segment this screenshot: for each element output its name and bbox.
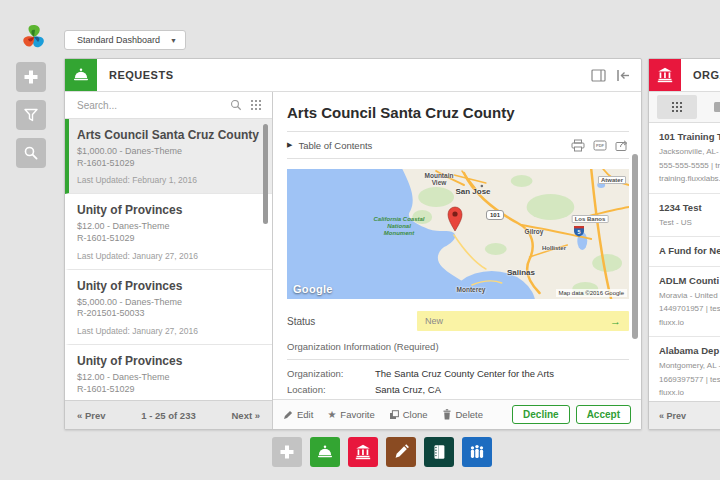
organizations-view-toolbar: [649, 92, 720, 123]
organization-list-item[interactable]: 101 Training T Jacksonville, AL- 555-555…: [649, 123, 720, 194]
grid-view-toggle[interactable]: [657, 95, 697, 119]
request-id: R-1601-51029: [77, 384, 135, 394]
status-field[interactable]: New →: [417, 311, 629, 331]
organization-detail-line: 555-555-5555 | tr: [659, 161, 720, 171]
organizations-pagination: « Prev: [649, 401, 720, 429]
edit-button[interactable]: Edit: [283, 409, 313, 420]
organization-detail-line: training.fluxxlabs.c: [659, 174, 720, 184]
google-logo: Google: [293, 283, 333, 295]
location-label: Location:: [287, 384, 375, 395]
request-id: R-201501-50033: [77, 308, 145, 318]
request-amount: $12.00 - Danes-Theme: [77, 221, 170, 231]
organization-list-item[interactable]: 1234 Test Test - US: [649, 194, 720, 238]
org-info-section-header: Organization Information (Required): [287, 341, 629, 360]
bottom-dock: [272, 437, 492, 467]
favorite-button[interactable]: ★ Favorite: [327, 409, 374, 420]
grid-view-icon[interactable]: [250, 99, 262, 111]
organization-detail-line: Montgomery, AL -: [659, 361, 720, 371]
dock-organizations-button[interactable]: [348, 437, 378, 467]
svg-text:5: 5: [577, 229, 580, 235]
request-list-item[interactable]: Unity of Provinces $5,000.00 - Danes-The…: [65, 270, 272, 345]
status-value: New: [425, 316, 443, 326]
trash-icon: [442, 409, 452, 420]
location-map[interactable]: Mountain View San Jose Gilroy Hollister …: [287, 169, 629, 299]
dock-people-button[interactable]: [462, 437, 492, 467]
clone-icon: [389, 410, 399, 420]
status-label: Status: [287, 316, 315, 327]
detail-scrollbar[interactable]: [632, 154, 638, 339]
search-button[interactable]: [16, 138, 46, 168]
next-button[interactable]: Next »: [231, 410, 260, 421]
page-range: 1 - 25 of 233: [141, 410, 195, 421]
request-list-item[interactable]: Unity of Provinces $12.00 - Danes-ThemeR…: [65, 194, 272, 269]
pencil-icon: [392, 443, 410, 461]
table-of-contents-label[interactable]: Table of Contents: [298, 140, 372, 151]
organization-detail-line: Jacksonville, AL-: [659, 147, 720, 157]
cloche-icon: [316, 443, 334, 461]
request-list-item[interactable]: Arts Council Santa Cruz County $1,000.00…: [65, 119, 272, 194]
request-amount: $5,000.00 - Danes-Theme: [77, 297, 182, 307]
cards-icon: [714, 101, 720, 113]
dock-requests-button[interactable]: [310, 437, 340, 467]
map-label-mountain-view: Mountain View: [418, 172, 460, 187]
organization-detail-line: fluxx.io: [659, 318, 720, 328]
organization-list-item[interactable]: A Fund for Ne: [649, 237, 720, 266]
bank-icon: [354, 443, 372, 461]
request-amount: $12.00 - Danes-Theme: [77, 372, 170, 382]
requests-cloche-icon: [65, 59, 97, 91]
location-value: Santa Cruz, CA: [375, 384, 441, 395]
request-updated: Last Updated: January 27, 2016: [77, 251, 264, 261]
clone-button[interactable]: Clone: [389, 409, 428, 420]
print-icon[interactable]: [571, 139, 585, 152]
star-icon: ★: [327, 409, 336, 420]
organization-title: 101 Training T: [659, 131, 720, 143]
delete-button[interactable]: Delete: [442, 409, 483, 420]
prev-button[interactable]: « Prev: [77, 410, 106, 421]
organization-detail-line: 1449701957 | test: [659, 304, 720, 314]
search-icon[interactable]: [230, 99, 242, 111]
request-detail-panel: Arts Council Santa Cruz County ▶ Table o…: [273, 92, 641, 429]
detail-action-bar: Edit ★ Favorite Clone Delete Decline Acc…: [273, 399, 641, 429]
map-label-atwater: Atwater: [598, 176, 626, 184]
expand-arrow-icon[interactable]: ▶: [287, 141, 292, 149]
dashboard-selector[interactable]: Standard Dashboard ▼: [64, 30, 186, 50]
dock-ledger-button[interactable]: [424, 437, 454, 467]
accept-button[interactable]: Accept: [576, 405, 631, 424]
organizations-header: ORGANIZATIONS: [649, 59, 720, 92]
add-button[interactable]: [16, 62, 46, 92]
organization-value: The Santa Cruz County Center for the Art…: [375, 368, 554, 379]
requests-search-row: [65, 92, 272, 119]
collapse-left-icon[interactable]: [616, 69, 631, 82]
dock-write-button[interactable]: [386, 437, 416, 467]
requests-panel: REQUESTS Arts Council Santa Cruz County …: [64, 58, 642, 430]
status-advance-arrow-icon[interactable]: →: [610, 315, 621, 327]
decline-button[interactable]: Decline: [512, 405, 570, 424]
map-label-monterey: Monterey: [457, 286, 486, 293]
organization-title: 1234 Test: [659, 202, 720, 214]
card-view-toggle[interactable]: [705, 95, 720, 119]
organization-title: ADLM Counti Health: [659, 275, 720, 287]
organizations-bank-icon: [649, 59, 681, 91]
map-label-san-jose: San Jose: [455, 187, 490, 196]
split-view-icon[interactable]: [591, 69, 606, 82]
share-icon[interactable]: [615, 139, 629, 152]
search-input[interactable]: [75, 99, 222, 112]
request-id: R-1601-51029: [77, 158, 135, 168]
prev-button[interactable]: « Prev: [659, 411, 686, 421]
organization-list-item[interactable]: ADLM Counti Health Moravia - United S 14…: [649, 267, 720, 338]
request-title: Unity of Provinces: [77, 354, 264, 368]
map-label-salinas: Salinas: [507, 268, 535, 277]
organization-list-item[interactable]: Alabama Dep Health Centra Montgomery, AL…: [649, 337, 720, 408]
request-title: Arts Council Santa Cruz County: [77, 128, 264, 142]
grid-dots-icon: [671, 101, 683, 113]
pdf-icon[interactable]: PDF: [593, 139, 607, 152]
list-scrollbar[interactable]: [263, 124, 268, 224]
request-amount: $1,000.00 - Danes-Theme: [77, 146, 182, 156]
route-5-shield: 5: [574, 223, 585, 235]
requests-panel-title: REQUESTS: [109, 69, 174, 81]
dock-add-button[interactable]: [272, 437, 302, 467]
filter-button[interactable]: [16, 100, 46, 130]
plus-icon: [23, 69, 39, 85]
map-label-gilroy: Gilroy: [525, 228, 544, 235]
map-label-los-banos: Los Banos: [572, 215, 609, 223]
